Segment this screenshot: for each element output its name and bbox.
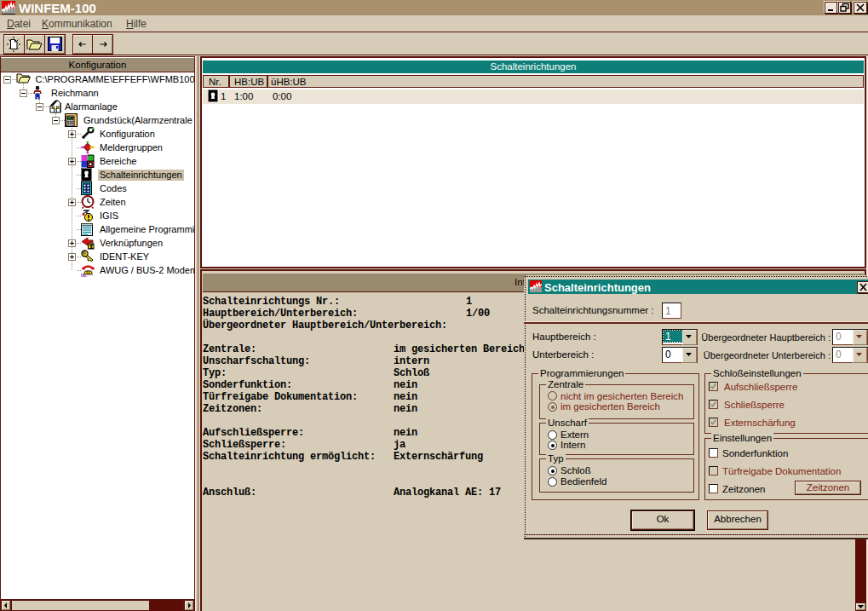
svg-text:ISL: ISL (81, 274, 87, 278)
